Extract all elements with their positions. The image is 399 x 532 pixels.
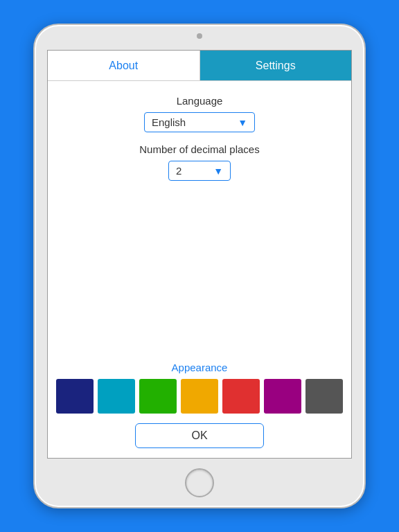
device: About Settings Language English ▼ Number… xyxy=(33,24,366,508)
language-value: English xyxy=(152,116,186,128)
tab-about-label: About xyxy=(109,60,138,72)
color-swatch-dark-blue[interactable] xyxy=(56,379,94,414)
decimal-value: 2 xyxy=(176,165,181,177)
home-button[interactable] xyxy=(185,468,214,497)
color-swatch-red[interactable] xyxy=(222,379,260,414)
color-swatches xyxy=(56,379,343,414)
language-dropdown-arrow: ▼ xyxy=(238,117,247,128)
screen: About Settings Language English ▼ Number… xyxy=(47,50,352,459)
appearance-label: Appearance xyxy=(172,362,228,373)
language-section: Language English ▼ xyxy=(62,95,337,132)
tab-about[interactable]: About xyxy=(48,51,200,80)
decimal-dropdown-arrow: ▼ xyxy=(213,166,223,177)
appearance-section: Appearance xyxy=(62,362,337,414)
decimal-label: Number of decimal places xyxy=(139,143,259,155)
tab-settings-label: Settings xyxy=(256,60,296,72)
color-swatch-green[interactable] xyxy=(139,379,177,414)
color-swatch-purple[interactable] xyxy=(264,379,301,414)
decimal-section: Number of decimal places 2 ▼ xyxy=(62,143,337,181)
color-swatch-dark-gray[interactable] xyxy=(305,379,343,414)
language-dropdown[interactable]: English ▼ xyxy=(144,112,255,132)
color-swatch-orange[interactable] xyxy=(181,379,218,414)
tab-settings[interactable]: Settings xyxy=(200,51,352,80)
language-label: Language xyxy=(177,95,223,107)
ok-button[interactable]: OK xyxy=(135,423,263,448)
decimal-dropdown[interactable]: 2 ▼ xyxy=(168,161,231,181)
color-swatch-teal[interactable] xyxy=(98,379,135,414)
tab-bar: About Settings xyxy=(48,51,351,81)
camera xyxy=(197,33,202,39)
content: Language English ▼ Number of decimal pla… xyxy=(48,81,351,458)
